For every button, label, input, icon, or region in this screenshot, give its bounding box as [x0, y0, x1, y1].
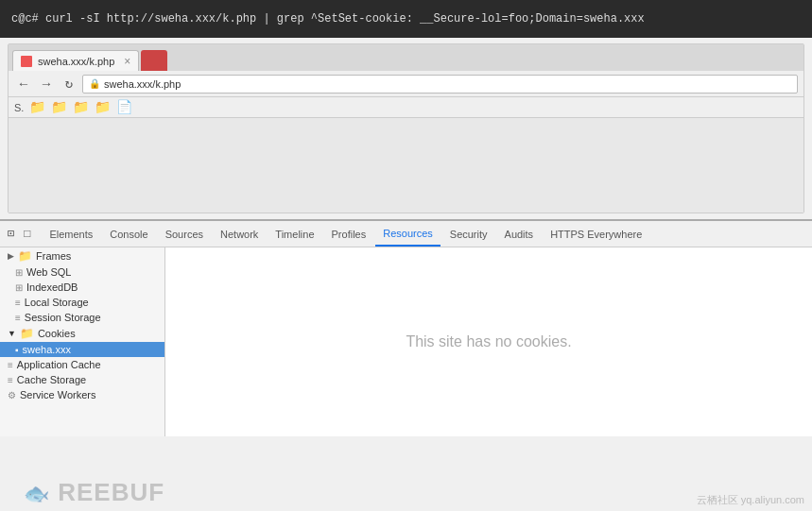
forward-button[interactable]: →: [37, 77, 56, 92]
cache-storage-icon: ≡: [8, 375, 13, 385]
tab-audits[interactable]: Audits: [497, 221, 542, 247]
sweha-icon: ▪: [15, 345, 19, 355]
sidebar-item-session-storage[interactable]: ≡ Session Storage: [0, 310, 164, 325]
tab-profiles[interactable]: Profiles: [324, 221, 374, 247]
frames-icon: 📁: [18, 249, 32, 263]
terminal-command: c@c# curl -sI http://sweha.xxx/k.php | g…: [11, 12, 645, 26]
sidebar-item-web-sql[interactable]: ⊞ Web SQL: [0, 264, 164, 280]
tab-bar: sweha.xxx/k.php ×: [9, 44, 803, 71]
tab-elements[interactable]: Elements: [42, 221, 100, 247]
sidebar-item-indexed-db[interactable]: ⊞ IndexedDB: [0, 280, 164, 295]
sidebar-item-service-workers[interactable]: ⚙ Service Workers: [0, 387, 164, 402]
sidebar-item-frames[interactable]: ▶ 📁 Frames: [0, 247, 164, 264]
devtools-sidebar: ▶ 📁 Frames ⊞ Web SQL ⊞ IndexedDB ≡ Local…: [0, 247, 165, 436]
service-workers-icon: ⚙: [8, 390, 16, 400]
bookmark-file[interactable]: 📄: [116, 99, 132, 115]
tab-security[interactable]: Security: [442, 221, 495, 247]
watermark-right: 云栖社区 yq.aliyun.com: [697, 493, 804, 507]
main-panel: This site has no cookies.: [165, 247, 812, 436]
tab-timeline[interactable]: Timeline: [268, 221, 321, 247]
sidebar-item-sweha[interactable]: ▪ sweha.xxx: [0, 342, 164, 357]
back-button[interactable]: ←: [14, 77, 33, 92]
bookmark-folder-2[interactable]: 📁: [51, 99, 67, 115]
devtools-panel: ⊡ □ Elements Console Sources Network Tim…: [0, 219, 812, 436]
tab-network[interactable]: Network: [213, 221, 266, 247]
session-storage-icon: ≡: [15, 313, 21, 323]
frames-arrow: ▶: [8, 251, 14, 261]
tab-title: sweha.xxx/k.php: [38, 56, 114, 67]
bookmark-folder-1[interactable]: 📁: [29, 99, 45, 115]
indexed-db-icon: ⊞: [15, 282, 23, 293]
address-bar[interactable]: 🔒 sweha.xxx/k.php: [82, 75, 798, 94]
watermark-left: 🐟 REEBUF: [24, 477, 164, 507]
terminal-bar: c@c# curl -sI http://sweha.xxx/k.php | g…: [0, 0, 812, 38]
refresh-button[interactable]: ↻: [60, 76, 78, 92]
tab-sources[interactable]: Sources: [158, 221, 211, 247]
devtools-toolbar: ⊡ □ Elements Console Sources Network Tim…: [0, 221, 812, 247]
sidebar-item-application-cache[interactable]: ≡ Application Cache: [0, 357, 164, 372]
bookmark-s[interactable]: S.: [14, 102, 24, 113]
tab-console[interactable]: Console: [102, 221, 155, 247]
bookmark-folder-4[interactable]: 📁: [95, 99, 111, 115]
sidebar-item-cookies[interactable]: ▼ 📁 Cookies: [0, 325, 164, 342]
tab-favicon: [21, 56, 32, 67]
tab-resources[interactable]: Resources: [375, 221, 441, 247]
devtools-icon-2[interactable]: □: [20, 226, 34, 243]
cookies-icon: 📁: [20, 327, 34, 340]
devtools-icon-1[interactable]: ⊡: [4, 225, 18, 243]
sidebar-item-local-storage[interactable]: ≡ Local Storage: [0, 295, 164, 310]
secure-icon: 🔒: [89, 78, 100, 89]
sidebar-item-cache-storage[interactable]: ≡ Cache Storage: [0, 372, 164, 387]
browser-window: sweha.xxx/k.php × ← → ↻ 🔒 sweha.xxx/k.ph…: [8, 43, 804, 213]
url-text: sweha.xxx/k.php: [104, 78, 181, 90]
browser-tab[interactable]: sweha.xxx/k.php ×: [12, 50, 139, 71]
devtools-main: ▶ 📁 Frames ⊞ Web SQL ⊞ IndexedDB ≡ Local…: [0, 247, 812, 436]
page-area: [9, 118, 803, 213]
tab-https-everywhere[interactable]: HTTPS Everywhere: [543, 221, 649, 247]
no-cookies-message: This site has no cookies.: [406, 333, 571, 350]
nav-bar: ← → ↻ 🔒 sweha.xxx/k.php: [9, 71, 803, 97]
bookmark-folder-3[interactable]: 📁: [73, 99, 89, 115]
app-cache-icon: ≡: [8, 360, 13, 370]
bookmarks-bar: S. 📁 📁 📁 📁 📄: [9, 97, 803, 118]
web-sql-icon: ⊞: [15, 267, 23, 278]
tab-close-button[interactable]: ×: [124, 55, 130, 68]
new-tab-button[interactable]: [141, 50, 167, 71]
local-storage-icon: ≡: [15, 298, 21, 308]
cookies-arrow: ▼: [8, 329, 16, 338]
